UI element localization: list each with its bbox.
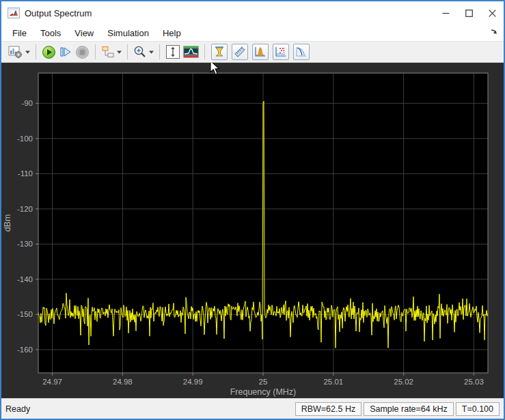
svg-text:dBm: dBm bbox=[3, 214, 12, 232]
spectrum-analyzer-window: Output Spectrum File Tools View Simulati… bbox=[0, 0, 505, 420]
matlab-app-icon bbox=[8, 8, 20, 18]
dropdown-caret-icon[interactable] bbox=[117, 51, 122, 54]
spectrogram-view-button[interactable] bbox=[183, 45, 199, 59]
svg-text:-100: -100 bbox=[17, 135, 33, 143]
dock-arrow-icon[interactable] bbox=[490, 27, 498, 36]
maximize-button[interactable] bbox=[457, 1, 480, 25]
svg-text:Frequency (MHz): Frequency (MHz) bbox=[230, 387, 297, 397]
sim-time-indicator: T=0.100 bbox=[456, 402, 500, 416]
toolbar-separator bbox=[36, 44, 36, 59]
menu-tools[interactable]: Tools bbox=[33, 26, 68, 40]
close-button[interactable] bbox=[480, 1, 504, 25]
svg-text:24.98: 24.98 bbox=[113, 378, 133, 386]
menu-view[interactable]: View bbox=[68, 26, 100, 40]
signal-statistics-button[interactable] bbox=[232, 44, 248, 60]
toolbar-separator bbox=[95, 44, 96, 59]
status-message: Ready bbox=[5, 404, 30, 414]
rbw-indicator: RBW=62.5 Hz bbox=[295, 402, 362, 416]
title-bar: Output Spectrum bbox=[1, 1, 504, 25]
simulation-step-options-button[interactable] bbox=[101, 45, 122, 59]
svg-text:-140: -140 bbox=[17, 275, 33, 283]
window-title: Output Spectrum bbox=[25, 8, 92, 18]
run-button[interactable] bbox=[42, 45, 56, 59]
spectrum-settings-button[interactable] bbox=[8, 45, 30, 59]
menu-file[interactable]: File bbox=[5, 26, 33, 40]
svg-text:25: 25 bbox=[259, 378, 268, 386]
svg-text:24.97: 24.97 bbox=[42, 378, 62, 386]
cursor-measurements-button[interactable] bbox=[211, 44, 228, 60]
distortion-measurements-button[interactable] bbox=[252, 44, 269, 60]
menu-help[interactable]: Help bbox=[156, 26, 188, 40]
stop-button[interactable] bbox=[75, 45, 90, 59]
sample-rate-indicator: Sample rate=64 kHz bbox=[364, 402, 454, 416]
ccdf-measurements-button[interactable] bbox=[293, 44, 310, 60]
zoom-in-button[interactable] bbox=[133, 45, 154, 59]
toolbar bbox=[1, 41, 504, 63]
status-bar: Ready RBW=62.5 Hz Sample rate=64 kHz T=0… bbox=[1, 398, 504, 419]
spectrum-chart[interactable]: 24.9724.9824.992525.0125.0225.03-90-100-… bbox=[1, 63, 504, 398]
svg-text:25.02: 25.02 bbox=[394, 378, 413, 386]
svg-text:-110: -110 bbox=[18, 169, 33, 178]
toolbar-separator bbox=[204, 44, 205, 59]
dropdown-caret-icon[interactable] bbox=[25, 51, 30, 54]
minimize-button[interactable] bbox=[434, 1, 457, 25]
dropdown-caret-icon[interactable] bbox=[149, 51, 154, 54]
svg-text:25.01: 25.01 bbox=[323, 378, 343, 386]
svg-text:-130: -130 bbox=[17, 240, 33, 248]
menu-bar: File Tools View Simulation Help bbox=[1, 25, 504, 41]
svg-text:25.03: 25.03 bbox=[464, 378, 484, 386]
step-forward-button[interactable] bbox=[59, 45, 72, 59]
spectrum-plot-area[interactable]: 24.9724.9824.992525.0125.0225.03-90-100-… bbox=[1, 63, 504, 398]
svg-text:-160: -160 bbox=[17, 346, 33, 354]
fit-to-view-button[interactable] bbox=[165, 44, 180, 59]
svg-text:-90: -90 bbox=[21, 99, 33, 107]
toolbar-separator bbox=[159, 44, 160, 59]
menu-simulation[interactable]: Simulation bbox=[100, 26, 156, 40]
toolbar-separator bbox=[127, 44, 128, 59]
svg-text:24.99: 24.99 bbox=[183, 378, 203, 386]
peak-finder-button[interactable] bbox=[273, 44, 289, 60]
svg-text:-150: -150 bbox=[17, 310, 33, 318]
svg-text:-120: -120 bbox=[17, 205, 33, 213]
